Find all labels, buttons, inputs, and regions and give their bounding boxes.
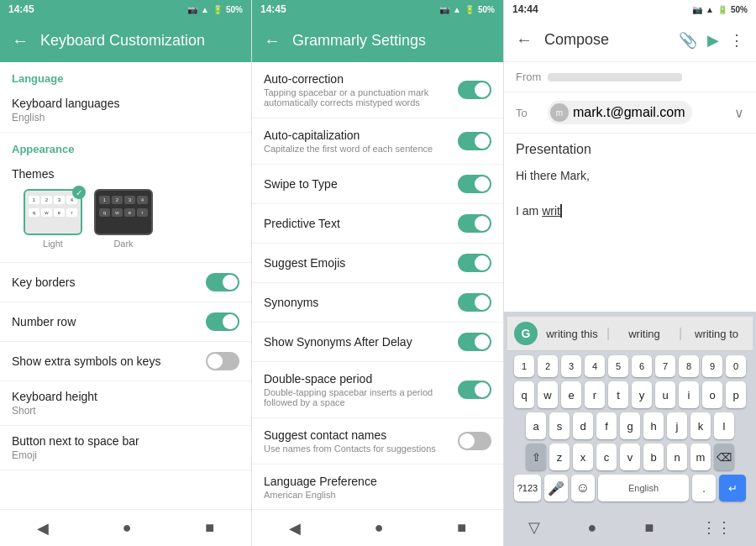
key-p[interactable]: p: [726, 381, 746, 408]
key-v[interactable]: v: [620, 444, 640, 470]
key-m[interactable]: m: [690, 444, 711, 470]
suggest-contacts-toggle[interactable]: [458, 432, 491, 450]
recents-nav-icon[interactable]: ■: [205, 519, 214, 537]
language-preference-title: Language Preference: [264, 475, 483, 488]
compose-back-arrow[interactable]: ←: [516, 30, 533, 50]
dark-theme[interactable]: 1 2 3 4 q w e r Dark: [94, 189, 153, 249]
key-s[interactable]: s: [549, 412, 570, 439]
right-home-nav[interactable]: ●: [588, 519, 597, 537]
key-c[interactable]: c: [596, 444, 617, 470]
right-back-nav[interactable]: ▽: [528, 518, 540, 537]
key-6[interactable]: 6: [632, 355, 652, 377]
key-n[interactable]: n: [667, 444, 687, 470]
key-g[interactable]: g: [620, 412, 640, 439]
attach-icon[interactable]: 📎: [679, 31, 697, 50]
mid-back-nav[interactable]: ◀: [289, 519, 301, 538]
key-y[interactable]: y: [632, 381, 652, 408]
key-r[interactable]: r: [585, 381, 605, 408]
right-keyboard-nav[interactable]: ⋮⋮: [701, 518, 732, 537]
mid-recents-nav[interactable]: ■: [457, 519, 466, 537]
key-5[interactable]: 5: [608, 355, 628, 377]
to-field[interactable]: To m mark.t@gmail.com ∨: [504, 92, 756, 134]
key-i[interactable]: i: [679, 381, 699, 408]
key-h[interactable]: h: [643, 412, 664, 439]
predictive-text-toggle[interactable]: [458, 214, 491, 233]
key-u[interactable]: u: [655, 381, 675, 408]
key-e[interactable]: e: [561, 381, 581, 408]
key-enter[interactable]: ↵: [719, 475, 746, 501]
back-nav-icon[interactable]: ◀: [37, 519, 49, 538]
key-2[interactable]: 2: [538, 355, 558, 377]
auto-capitalization-toggle[interactable]: [458, 132, 491, 150]
key-1[interactable]: 1: [514, 355, 534, 377]
key-w[interactable]: w: [538, 381, 558, 408]
key-b[interactable]: b: [643, 444, 664, 470]
light-theme[interactable]: ✓ 1 2 3 4 q w e r: [24, 189, 82, 249]
key-l[interactable]: l: [714, 412, 734, 439]
space-bar-button-row[interactable]: Button next to space bar Emoji: [0, 426, 251, 470]
double-space-row: Double-space period Double-tapping space…: [252, 362, 503, 418]
home-nav-icon[interactable]: ●: [123, 519, 132, 537]
extra-symbols-toggle[interactable]: [206, 352, 239, 370]
key-d[interactable]: d: [573, 412, 593, 439]
send-icon[interactable]: ▶: [707, 31, 719, 50]
right-status-icons: 📷 ▲ 🔋 50%: [692, 5, 748, 14]
left-status-bar: 14:45 📷 ▲ 🔋 50%: [0, 0, 251, 18]
keyboard-height-row[interactable]: Keyboard height Short: [0, 381, 251, 426]
compose-title: Compose: [544, 31, 609, 49]
key-0[interactable]: 0: [726, 355, 746, 377]
mid-status-icons: 📷 ▲ 🔋 50%: [439, 5, 495, 14]
key-space[interactable]: English: [598, 475, 689, 501]
auto-correction-toggle[interactable]: [458, 81, 491, 99]
swipe-type-toggle[interactable]: [458, 175, 491, 193]
compose-text[interactable]: Hi there Mark, I am writ: [516, 167, 744, 220]
key-7[interactable]: 7: [655, 355, 675, 377]
synonyms-toggle[interactable]: [458, 293, 491, 312]
key-a[interactable]: a: [526, 412, 546, 439]
contact-avatar: m: [550, 103, 569, 122]
virtual-keyboard: G writing this | writing | writing to 1 …: [504, 312, 756, 509]
suggestions-bar: G writing this | writing | writing to: [507, 317, 753, 351]
suggestion-1[interactable]: writing this: [543, 326, 601, 342]
key-borders-toggle[interactable]: [206, 273, 239, 291]
synonyms-delay-toggle[interactable]: [458, 333, 491, 351]
mid-home-nav[interactable]: ●: [375, 519, 384, 537]
key-9[interactable]: 9: [702, 355, 722, 377]
suggestion-2[interactable]: writing: [615, 326, 674, 342]
left-back-arrow[interactable]: ←: [12, 31, 29, 50]
suggestion-3[interactable]: writing to: [687, 326, 746, 342]
key-f[interactable]: f: [596, 412, 617, 439]
key-z[interactable]: z: [549, 444, 570, 470]
key-o[interactable]: o: [702, 381, 722, 408]
key-q[interactable]: q: [514, 381, 534, 408]
compose-bar: ← Compose 📎 ▶ ⋮: [504, 18, 756, 62]
suggest-emojis-toggle[interactable]: [458, 254, 491, 272]
predictive-text-row: Predictive Text: [252, 204, 503, 244]
key-4[interactable]: 4: [585, 355, 605, 377]
from-label: From: [516, 71, 541, 83]
key-x[interactable]: x: [573, 444, 593, 470]
mid-back-arrow[interactable]: ←: [264, 31, 281, 50]
key-t[interactable]: t: [608, 381, 628, 408]
more-icon[interactable]: ⋮: [729, 31, 744, 50]
number-row-toggle[interactable]: [206, 312, 239, 331]
key-backspace[interactable]: ⌫: [714, 444, 734, 470]
key-j[interactable]: j: [667, 412, 687, 439]
key-k[interactable]: k: [690, 412, 711, 439]
key-8[interactable]: 8: [679, 355, 699, 377]
language-preference-row[interactable]: Language Preference American English: [252, 465, 503, 509]
expand-to-icon[interactable]: ∨: [734, 105, 744, 121]
key-emoji[interactable]: ☺: [571, 475, 595, 501]
keyboard-languages-row[interactable]: Keyboard languages English: [0, 88, 251, 133]
key-shift[interactable]: ⇧: [526, 444, 546, 470]
right-recents-nav[interactable]: ■: [645, 519, 654, 537]
key-3[interactable]: 3: [561, 355, 581, 377]
key-period[interactable]: .: [692, 475, 716, 501]
compose-body[interactable]: Presentation Hi there Mark, I am writ: [504, 134, 756, 312]
to-label: To: [516, 107, 541, 119]
suggest-emojis-title: Suggest Emojis: [264, 256, 449, 270]
key-mic[interactable]: 🎤: [544, 475, 568, 501]
double-space-toggle[interactable]: [458, 381, 491, 399]
double-space-title: Double-space period: [264, 372, 449, 386]
key-sym[interactable]: ?123: [514, 475, 541, 501]
